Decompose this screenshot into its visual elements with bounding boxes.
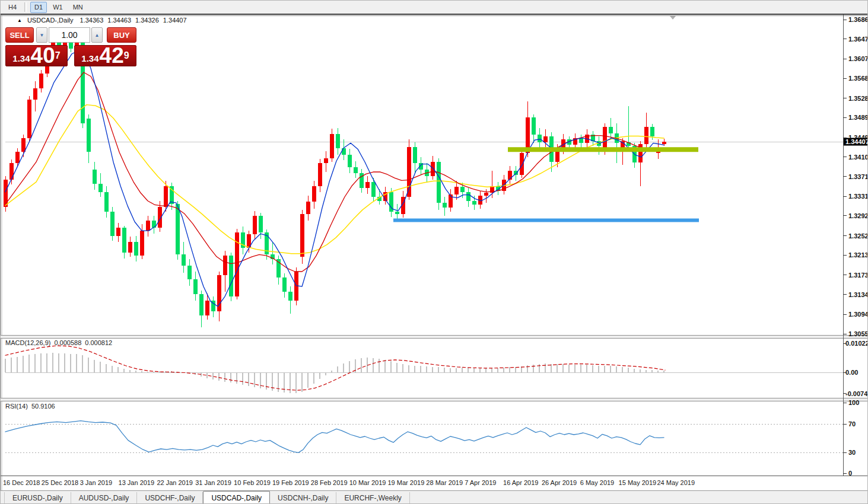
sell-button[interactable]: SELL (5, 27, 34, 43)
svg-text:1.34890: 1.34890 (848, 114, 868, 121)
svg-text:1.36070: 1.36070 (848, 55, 868, 62)
svg-text:31 Jan 2019: 31 Jan 2019 (195, 479, 231, 486)
volume-increase-button[interactable]: ▲ (91, 27, 103, 43)
svg-text:1.32130: 1.32130 (848, 251, 868, 259)
svg-text:22 Jan 2019: 22 Jan 2019 (157, 479, 193, 486)
rsi-indicator-label: RSI(14) 50.9106 (5, 403, 55, 410)
trading-platform-window: 1.368601.364701.360701.356801.352801.348… (0, 0, 868, 504)
collapse-panel-icon[interactable]: ▲ (17, 18, 22, 23)
svg-text:1.32920: 1.32920 (848, 212, 868, 219)
svg-text:10 Mar 2019: 10 Mar 2019 (349, 479, 386, 486)
svg-text:1.30940: 1.30940 (848, 311, 868, 318)
chart-canvas[interactable]: 1.368601.364701.360701.356801.352801.348… (1, 1, 868, 504)
rsi-value: 50.9106 (31, 403, 55, 410)
macd-label: MACD(12,26,9) (5, 339, 50, 346)
svg-text:10 Feb 2019: 10 Feb 2019 (234, 479, 271, 486)
svg-text:0: 0 (848, 470, 852, 477)
svg-text:1.35680: 1.35680 (848, 75, 868, 82)
sell-price-point: 7 (55, 46, 61, 66)
buy-price-point: 9 (124, 46, 129, 66)
svg-text:13 Jan 2019: 13 Jan 2019 (119, 479, 155, 486)
sell-price-display[interactable]: 1.34 40 7 (5, 45, 68, 66)
svg-text:-0.007477: -0.007477 (845, 390, 868, 397)
svg-text:1.36470: 1.36470 (848, 36, 868, 43)
time-axis[interactable]: 16 Dec 201825 Dec 20183 Jan 201913 Jan 2… (3, 479, 695, 486)
rsi-label: RSI(14) (5, 403, 28, 410)
one-click-trading-panel: SELL ▼ ▲ BUY 1.34 40 7 1.34 42 9 (5, 27, 136, 66)
macd-value-main: 0.000588 (54, 339, 81, 346)
svg-text:1.31730: 1.31730 (848, 272, 868, 279)
spinner-down-icon: ▼ (40, 33, 44, 38)
svg-text:1.31340: 1.31340 (848, 291, 868, 298)
timeframe-mn-button[interactable]: MN (69, 2, 87, 13)
svg-text:16 Apr 2019: 16 Apr 2019 (503, 479, 538, 486)
chart-symbol-label: USDCAD-,Daily (27, 17, 74, 24)
svg-text:1.34407: 1.34407 (845, 138, 868, 145)
current-price-badge: 1.34407 (844, 138, 868, 146)
svg-text:70: 70 (848, 420, 856, 428)
sell-price-pips: 40 (31, 47, 55, 65)
svg-text:0.010229: 0.010229 (845, 340, 868, 347)
svg-text:1.30550: 1.30550 (848, 330, 868, 337)
tab-audusd-daily[interactable]: AUDUSD-,Daily (71, 492, 138, 504)
buy-price-pips: 42 (100, 47, 124, 65)
chart-ohlc-header: ▲ USDCAD-,Daily 1.34363 1.34463 1.34326 … (17, 17, 187, 24)
svg-text:15 May 2019: 15 May 2019 (619, 479, 657, 486)
svg-text:100: 100 (848, 399, 859, 406)
macd-indicator-label: MACD(12,26,9) 0.000588 0.000812 (5, 339, 112, 346)
tab-usdcad-daily[interactable]: USDCAD-,Daily (203, 491, 270, 504)
svg-text:19 Feb 2019: 19 Feb 2019 (272, 479, 309, 486)
toolbar-separator (24, 2, 27, 12)
buy-button[interactable]: BUY (107, 27, 136, 43)
tab-eurusd-daily[interactable]: EURUSD-,Daily (4, 492, 71, 504)
volume-decrease-button[interactable]: ▼ (36, 27, 47, 43)
svg-text:25 Dec 2018: 25 Dec 2018 (42, 479, 78, 486)
volume-input[interactable] (49, 27, 90, 43)
svg-text:19 Mar 2019: 19 Mar 2019 (388, 479, 425, 486)
svg-text:26 Apr 2019: 26 Apr 2019 (542, 479, 577, 486)
svg-text:3 Jan 2019: 3 Jan 2019 (80, 479, 112, 486)
svg-text:0.00: 0.00 (845, 369, 858, 376)
svg-text:30: 30 (848, 449, 856, 456)
timeframe-toolbar: H4 D1 W1 MN (1, 1, 868, 14)
svg-text:1.32520: 1.32520 (848, 232, 868, 240)
svg-text:1.33310: 1.33310 (848, 193, 868, 200)
ohlc-high: 1.34463 (107, 17, 131, 24)
svg-text:28 Feb 2019: 28 Feb 2019 (311, 479, 348, 486)
svg-text:1.34100: 1.34100 (848, 154, 868, 161)
svg-text:1.36860: 1.36860 (848, 16, 868, 23)
timeframe-d1-button[interactable]: D1 (30, 2, 47, 13)
buy-price-display[interactable]: 1.34 42 9 (74, 45, 136, 66)
svg-text:7 Apr 2019: 7 Apr 2019 (465, 479, 496, 486)
buy-price-prefix: 1.34 (81, 53, 98, 65)
ohlc-low: 1.34326 (135, 17, 159, 24)
sell-price-prefix: 1.34 (12, 53, 30, 65)
svg-text:6 May 2019: 6 May 2019 (580, 479, 614, 486)
svg-text:16 Dec 2018: 16 Dec 2018 (3, 479, 40, 486)
tab-eurchf-weekly[interactable]: EURCHF-,Weekly (336, 492, 409, 504)
spinner-up-icon: ▲ (95, 33, 100, 38)
symbol-tab-bar: EURUSD-,Daily AUDUSD-,Daily USDCHF-,Dail… (1, 490, 868, 504)
svg-text:1.33710: 1.33710 (848, 173, 868, 180)
svg-text:1.35280: 1.35280 (848, 95, 868, 102)
macd-value-signal: 0.000812 (85, 339, 112, 346)
svg-text:28 Mar 2019: 28 Mar 2019 (426, 479, 463, 486)
timeframe-w1-button[interactable]: W1 (49, 2, 67, 13)
ohlc-open: 1.34363 (80, 17, 104, 24)
tab-usdchf-daily[interactable]: USDCHF-,Daily (137, 492, 203, 504)
tab-usdcnh-daily[interactable]: USDCNH-,Daily (270, 492, 336, 504)
svg-text:24 May 2019: 24 May 2019 (657, 479, 695, 486)
ohlc-close: 1.34407 (163, 17, 187, 24)
timeframe-h4-button[interactable]: H4 (4, 2, 21, 13)
